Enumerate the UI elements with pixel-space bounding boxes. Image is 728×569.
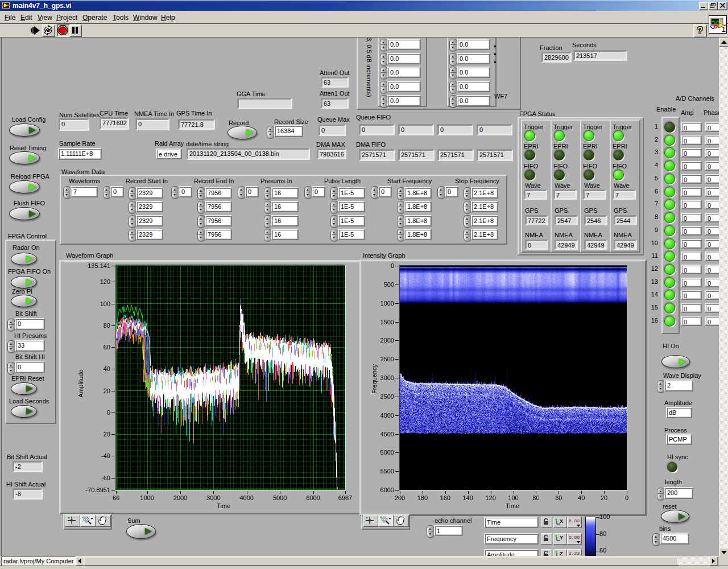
svg-text:Z: Z	[560, 551, 563, 556]
svg-text:X: X	[560, 518, 563, 524]
svg-text:Y: Y	[560, 535, 563, 541]
